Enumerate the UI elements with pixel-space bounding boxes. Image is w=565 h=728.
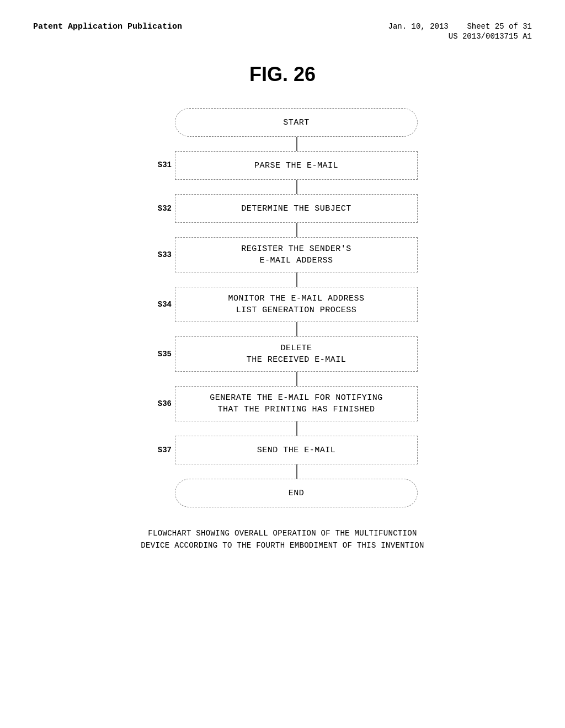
step-label-s31: S31: [145, 160, 175, 171]
connector: [296, 464, 297, 479]
step-box-s34: MONITOR THE E-MAIL ADDRESSLIST GENERATIO…: [175, 287, 418, 322]
header-date-sheet: Jan. 10, 2013 Sheet 25 of 31: [388, 22, 532, 31]
header-info: Jan. 10, 2013 Sheet 25 of 31 US 2013/001…: [388, 22, 532, 41]
step-box-s33: REGISTER THE SENDER'SE-MAIL ADDERSS: [175, 237, 418, 272]
page: Patent Application Publication Jan. 10, …: [0, 0, 565, 728]
step-label-s36: S36: [145, 399, 175, 408]
step-box-s37: SEND THE E-MAIL: [175, 436, 418, 464]
step-label-s35: S35: [145, 350, 175, 358]
step-label-s37: S37: [145, 446, 175, 454]
header: Patent Application Publication Jan. 10, …: [33, 22, 532, 41]
step-row-s36: S36 GENERATE THE E-MAIL FOR NOTIFYINGTHA…: [145, 386, 420, 421]
connector: [296, 372, 297, 386]
step-row-s33: S33 REGISTER THE SENDER'SE-MAIL ADDERSS: [145, 237, 420, 272]
step-label-s34: S34: [145, 300, 175, 309]
start-node: START: [175, 108, 418, 137]
step-row-s35: S35 DELETETHE RECEIVED E-MAIL: [145, 336, 420, 372]
step-row-s37: S37 SEND THE E-MAIL: [145, 436, 420, 464]
connector: [296, 272, 297, 287]
end-node: END: [175, 479, 418, 507]
header-patent: US 2013/0013715 A1: [449, 32, 532, 41]
publication-label: Patent Application Publication: [33, 22, 182, 31]
end-row: END: [145, 479, 420, 507]
step-row-s31: S31 PARSE THE E-MAIL: [145, 151, 420, 180]
connector: [296, 421, 297, 436]
connector: [296, 137, 297, 151]
step-box-s32: DETERMINE THE SUBJECT: [175, 194, 418, 223]
caption-line2: DEVICE ACCORDING TO THE FOURTH EMBODIMEN…: [33, 539, 532, 552]
step-label-s32: S32: [145, 204, 175, 213]
step-row-s34: S34 MONITOR THE E-MAIL ADDRESSLIST GENER…: [145, 287, 420, 322]
connector: [296, 180, 297, 194]
figure-caption: FLOWCHART SHOWING OVERALL OPERATION OF T…: [33, 527, 532, 552]
flowchart: START S31 PARSE THE E-MAIL S32 DETERMINE…: [33, 108, 532, 507]
start-row: START: [145, 108, 420, 137]
step-row-s32: S32 DETERMINE THE SUBJECT: [145, 194, 420, 223]
connector: [296, 322, 297, 336]
figure-title: FIG. 26: [33, 63, 532, 86]
step-box-s35: DELETETHE RECEIVED E-MAIL: [175, 336, 418, 372]
step-box-s31: PARSE THE E-MAIL: [175, 151, 418, 180]
step-box-s36: GENERATE THE E-MAIL FOR NOTIFYINGTHAT TH…: [175, 386, 418, 421]
step-label-s33: S33: [145, 250, 175, 259]
connector: [296, 223, 297, 237]
caption-line1: FLOWCHART SHOWING OVERALL OPERATION OF T…: [33, 527, 532, 539]
